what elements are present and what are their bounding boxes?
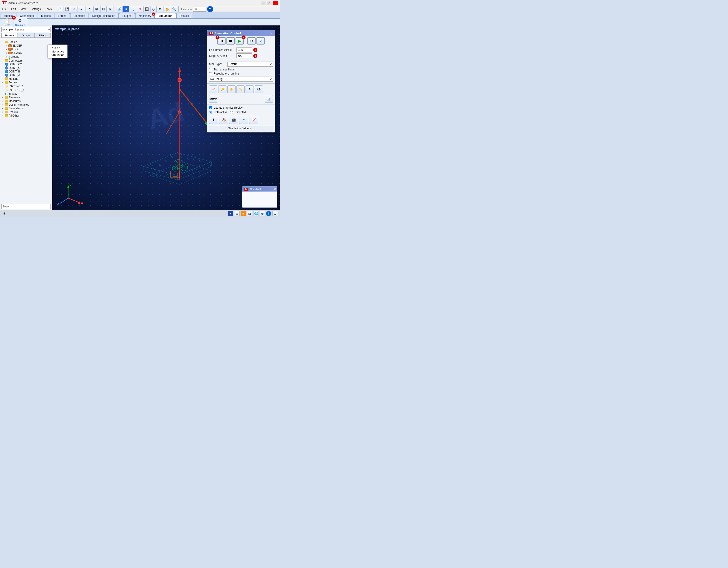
connectors-toggle[interactable]: − [1, 59, 4, 62]
measures-toggle[interactable]: + [1, 100, 4, 103]
tree-row-joint-c2[interactable]: JOINT_C2 [5, 63, 51, 66]
browse-tab-browse[interactable]: Browse [1, 33, 18, 38]
status-btn-7[interactable]: ⊙ [272, 211, 278, 216]
sim-action-1[interactable]: ⬇ [209, 116, 218, 124]
stop-button[interactable]: ⏹ [226, 37, 235, 45]
simulations-toggle[interactable]: + [1, 107, 4, 110]
tree-row-crank[interactable]: + CRANK [5, 51, 51, 55]
tree-row-ground[interactable]: + g ground [5, 55, 51, 59]
link-toggle[interactable]: + [5, 48, 8, 51]
help-button[interactable]: ? [207, 6, 213, 12]
model-select[interactable]: example_3_press [1, 27, 51, 32]
status-btn-2[interactable]: ⊞ [234, 211, 240, 216]
zoom-button[interactable]: 🔲 [143, 6, 150, 12]
tree-row-connectors[interactable]: − Connectors [1, 59, 51, 63]
link-button[interactable]: 🔗 [116, 6, 123, 12]
browse-tab-filters[interactable]: Filters [34, 33, 51, 38]
status-btn-1[interactable]: ■ [228, 211, 233, 216]
motions-toggle[interactable]: − [1, 78, 4, 80]
sim-icon-nastran[interactable]: Nastran [209, 95, 217, 103]
update-graphics-check[interactable] [209, 106, 212, 109]
menu-tools[interactable]: Tools [43, 7, 54, 11]
redo-button[interactable]: ↪ [78, 6, 84, 12]
box-button[interactable]: ■ [123, 6, 129, 12]
tree-row-forces[interactable]: − Forces [1, 81, 51, 84]
tab-forces[interactable]: Forces [55, 13, 70, 18]
sim-action-2[interactable]: 🐴 [219, 116, 228, 124]
rotate3d-button[interactable]: ⟳ [157, 6, 163, 12]
status-btn-info[interactable]: i [266, 211, 271, 216]
scale-button[interactable]: ⊠ [107, 6, 113, 12]
sim-icon-ab[interactable]: AB [255, 85, 263, 93]
search-input[interactable] [1, 204, 51, 209]
sim-icon-measure[interactable]: 📏 [236, 85, 245, 93]
tree-row-design-variables[interactable]: + Design Variables [1, 103, 51, 107]
tab-machinery[interactable]: Machinery a [135, 13, 155, 18]
undo-button[interactable]: ↩ [71, 6, 77, 12]
tree-row-joint-a[interactable]: JOINT_A [5, 73, 51, 77]
tree-row-link[interactable]: + LINK [5, 48, 51, 51]
rotate-button[interactable]: ⊟ [100, 6, 107, 12]
reset-before-check[interactable] [209, 72, 212, 75]
sim-icon-plot[interactable]: P [246, 85, 254, 93]
sim-type-select[interactable]: Default [227, 62, 273, 67]
status-btn-5[interactable]: 🌐 [253, 211, 259, 216]
all-other-toggle[interactable]: + [1, 114, 4, 117]
tab-results[interactable]: Results [176, 13, 192, 18]
elements-toggle[interactable]: + [1, 96, 4, 99]
title-controls[interactable]: ─ □ ✕ [261, 1, 278, 5]
close-button[interactable]: ✕ [273, 1, 278, 5]
status-btn-4[interactable]: ⊟ [247, 211, 252, 216]
sim-settings-button[interactable]: Simulation Settings... [209, 126, 273, 131]
crank-toggle[interactable]: + [5, 52, 8, 54]
tree-row-gravity[interactable]: g↓ gravity [5, 92, 51, 96]
tree-row-motions[interactable]: − Motions [1, 77, 51, 81]
debug-select[interactable]: No Debug [209, 77, 273, 82]
menu-view[interactable]: View [18, 7, 29, 11]
scripted-radio[interactable] [230, 111, 233, 114]
measure-button[interactable]: ◎ [150, 6, 157, 12]
tab-elements[interactable]: Elements [70, 13, 88, 18]
coord-close-button[interactable]: × [274, 187, 276, 191]
sim-action-5[interactable]: 📈 [249, 116, 258, 124]
sim-icon-animcurve[interactable]: 📈 [209, 85, 217, 93]
tree-row-sforce[interactable]: ⚡ SFORCE_1 [5, 88, 51, 92]
tree-row-measures[interactable]: + Measures [1, 99, 51, 103]
target-button[interactable]: ⊕ [137, 6, 143, 12]
forces-toggle[interactable]: − [1, 81, 4, 84]
status-btn-3[interactable]: ■ [241, 211, 246, 216]
sim-icon-chart2[interactable]: 📊 [265, 95, 273, 103]
sim-action-3[interactable]: 🎬 [229, 116, 238, 124]
sim-action-4[interactable]: ± [239, 116, 248, 124]
new-button[interactable]: 📄 [57, 6, 63, 12]
increment-input[interactable] [193, 7, 206, 12]
menu-edit[interactable]: Edit [9, 7, 18, 11]
tab-motions[interactable]: Motions [38, 13, 54, 18]
tree-row-all-other[interactable]: + All Other [1, 114, 51, 118]
save-button[interactable]: 💾 [64, 6, 70, 12]
magnify-button[interactable]: 🔍 [171, 6, 177, 12]
tree-row-elements[interactable]: + Elements [1, 96, 51, 99]
sim-panel-close-button[interactable]: ✕ [270, 31, 273, 35]
simulate-group[interactable]: b ⚙ Simulate Run an Interactive Simulati… [13, 17, 27, 27]
tree-row-results[interactable]: + Results [1, 110, 51, 114]
tab-design-exploration[interactable]: Design Exploration [89, 13, 119, 18]
status-btn-6[interactable]: ⊕ [260, 211, 265, 216]
pan-button[interactable]: ✋ [164, 6, 170, 12]
start-equilibrium-check[interactable] [209, 68, 212, 71]
tree-row-bodies[interactable]: − Bodies [1, 40, 51, 44]
tab-simulation[interactable]: Simulation [155, 13, 176, 18]
tree-row-joint-c1[interactable]: JOINT_C1 [5, 66, 51, 70]
check-button[interactable]: ✔ [256, 37, 265, 45]
menu-file[interactable]: File [0, 7, 9, 11]
interactive-radio[interactable] [209, 111, 212, 114]
end-time-input[interactable] [236, 48, 252, 53]
tree-row-simulations[interactable]: + Simulations [1, 107, 51, 110]
maximize-button[interactable]: □ [267, 1, 272, 5]
bodies-toggle[interactable]: − [1, 41, 4, 43]
tab-plugins[interactable]: Plugins [119, 13, 135, 18]
slider-toggle[interactable]: + [5, 44, 8, 47]
sim-icon-key[interactable]: 🔑 [218, 85, 226, 93]
browse-tab-groups[interactable]: Groups [18, 33, 34, 38]
view3d-button[interactable]: ⬚ [130, 6, 136, 12]
